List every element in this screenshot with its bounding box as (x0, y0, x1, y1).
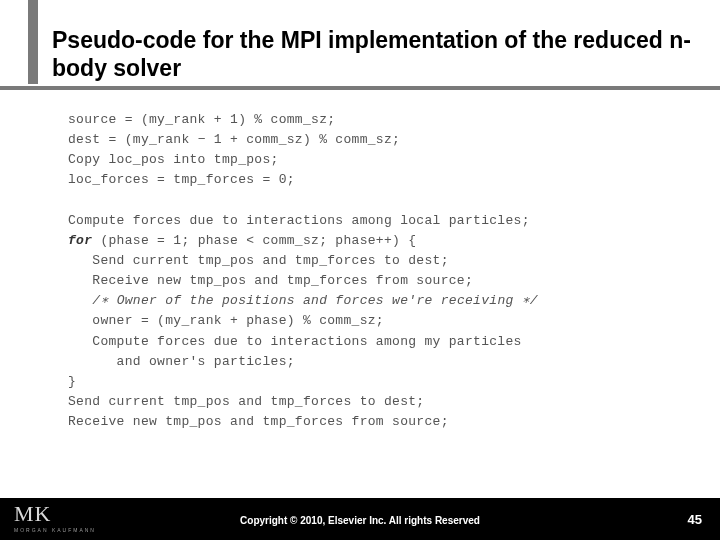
keyword-for: for (68, 233, 92, 248)
code-line: Send current tmp_pos and tmp_forces to d… (68, 394, 424, 409)
code-line: for (phase = 1; phase < comm_sz; phase++… (68, 233, 416, 248)
code-line: loc_forces = tmp_forces = 0; (68, 172, 295, 187)
code-line: Compute forces due to interactions among… (68, 213, 530, 228)
footer-bar: MK MORGAN KAUFMANN Copyright © 2010, Els… (0, 498, 720, 540)
code-line: source = (my_rank + 1) % comm_sz; (68, 112, 335, 127)
code-line: owner = (my_rank + phase) % comm_sz; (68, 313, 384, 328)
accent-vertical-bar (28, 0, 38, 84)
code-line: Compute forces due to interactions among… (68, 334, 522, 349)
accent-horizontal-bar (0, 86, 720, 90)
code-line: Send current tmp_pos and tmp_forces to d… (68, 253, 449, 268)
pseudocode-block: source = (my_rank + 1) % comm_sz; dest =… (68, 110, 690, 432)
copyright-text: Copyright © 2010, Elsevier Inc. All righ… (0, 515, 720, 526)
code-line: Receive new tmp_pos and tmp_forces from … (68, 273, 473, 288)
code-line: and owner's particles; (68, 354, 295, 369)
code-comment: /∗ Owner of the positions and forces we'… (68, 293, 538, 308)
page-number: 45 (688, 512, 702, 527)
code-line: Copy loc_pos into tmp_pos; (68, 152, 279, 167)
code-line: } (68, 374, 76, 389)
code-line: dest = (my_rank − 1 + comm_sz) % comm_sz… (68, 132, 400, 147)
slide-title: Pseudo-code for the MPI implementation o… (52, 26, 700, 82)
code-line: Receive new tmp_pos and tmp_forces from … (68, 414, 449, 429)
logo-subtext: MORGAN KAUFMANN (14, 527, 96, 533)
